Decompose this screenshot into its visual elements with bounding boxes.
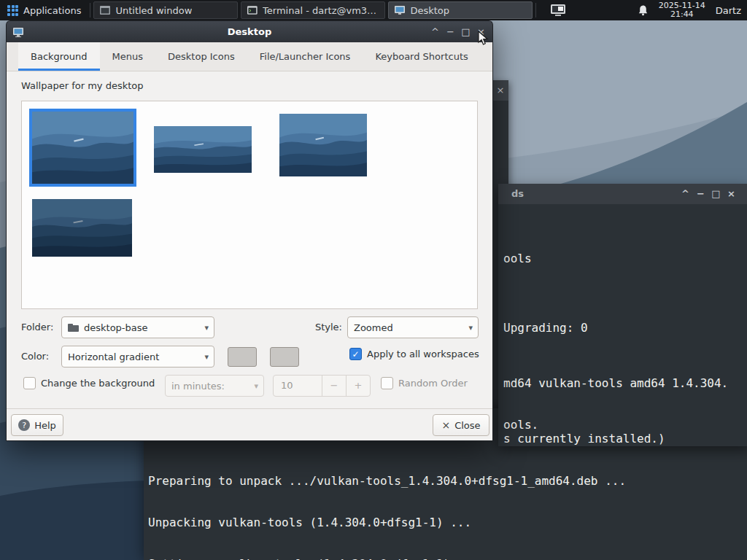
folder-icon (68, 324, 79, 332)
clock[interactable]: 2025-11-14 21:44 (659, 1, 705, 19)
top-panel: Applications Untitled window Terminal - … (0, 0, 747, 20)
color-style-dropdown[interactable]: Horizontal gradient ▾ (61, 346, 214, 368)
wallpaper-thumbnail-selected[interactable] (29, 109, 136, 187)
dialog-tabs: Background Menus Desktop Icons File/Laun… (7, 42, 492, 71)
dialog-title: Desktop (7, 26, 492, 37)
apply-all-label: Apply to all workspaces (367, 349, 479, 359)
tab-background[interactable]: Background (18, 42, 100, 71)
color-primary-swatch[interactable] (228, 347, 257, 367)
taskbar-button-untitled-window[interactable]: Untitled window (93, 1, 238, 19)
shade-icon[interactable]: ^ (427, 22, 443, 42)
wallpaper-thumbnail[interactable] (151, 123, 255, 176)
mouse-cursor (478, 31, 489, 47)
minimize-icon[interactable]: − (693, 184, 708, 204)
chevron-down-icon: ▾ (254, 381, 258, 391)
terminal-titlebar[interactable]: ds ^ − □ × (498, 184, 747, 204)
apply-all-checkbox[interactable]: ✓ (349, 348, 362, 360)
color-style-value: Horizontal gradient (68, 351, 159, 362)
maximize-icon[interactable]: □ (708, 184, 724, 204)
terminal-line: Upgrading: 0 (503, 321, 588, 335)
help-icon: ? (18, 419, 30, 431)
wallpaper-thumbnail[interactable] (276, 111, 370, 179)
spin-decrement-button[interactable]: − (322, 376, 346, 396)
close-icon[interactable]: × (492, 80, 508, 101)
panel-separator (90, 3, 90, 18)
close-button[interactable]: × Close (433, 414, 489, 436)
check-icon: ✓ (352, 349, 359, 359)
tab-file-launcher-icons[interactable]: File/Launcher Icons (247, 42, 363, 71)
tab-keyboard-shortcuts[interactable]: Keyboard Shortcuts (363, 42, 480, 71)
terminal-line: md64 vulkan-tools amd64 1.4.304. (503, 376, 728, 390)
taskbar-button-terminal[interactable]: Terminal - dartz@vm3: ... (241, 1, 385, 19)
panel-separator (535, 3, 536, 18)
interval-value: in minutes: (171, 381, 225, 392)
close-icon[interactable]: × (724, 184, 739, 204)
change-background-row: Change the background (23, 377, 155, 389)
dialog-titlebar[interactable]: Desktop ^ − □ × (6, 20, 493, 42)
taskbar-button-desktop[interactable]: Desktop (388, 1, 533, 19)
chevron-down-icon: ▾ (204, 323, 209, 332)
interval-dropdown[interactable]: in minutes: ▾ (165, 375, 264, 397)
spin-increment-button[interactable]: + (346, 376, 370, 396)
wallpaper-section-label: Wallpaper for my desktop (21, 80, 144, 91)
apply-all-workspaces-row: ✓ Apply to all workspaces (349, 348, 479, 360)
wallpaper-preview (32, 112, 133, 184)
terminal-line: ools. (503, 418, 538, 432)
terminal-icon (247, 4, 258, 16)
chevron-down-icon: ▾ (204, 352, 209, 362)
window-icon (99, 4, 111, 16)
style-dropdown[interactable]: Zoomed ▾ (347, 316, 479, 338)
change-background-label: Change the background (41, 378, 155, 389)
panel-right-cluster: 2025-11-14 21:44 Dartz (638, 1, 747, 19)
display-tray-icon[interactable] (549, 3, 567, 18)
footer-separator (7, 408, 492, 409)
random-order-label: Random Order (398, 378, 468, 389)
desktop-settings-dialog: Desktop ^ − □ × Background Menus Desktop… (6, 20, 493, 441)
applications-menu-button[interactable]: Applications (0, 0, 88, 20)
minutes-value: 10 (274, 376, 322, 396)
notification-bell-icon[interactable] (638, 4, 649, 16)
shade-icon[interactable]: ^ (678, 184, 693, 204)
change-background-checkbox[interactable] (23, 377, 36, 389)
dialog-body: Background Menus Desktop Icons File/Laun… (6, 42, 493, 441)
taskbar-label: Desktop (410, 5, 449, 16)
wallpaper-thumbnail[interactable] (29, 196, 135, 260)
help-label: Help (34, 420, 56, 431)
taskbar-label: Terminal - dartz@vm3: ... (263, 5, 379, 16)
color-label: Color: (21, 346, 49, 368)
terminal-title: ds (511, 184, 524, 204)
user-label: Dartz (716, 5, 741, 16)
tab-menus[interactable]: Menus (100, 42, 155, 71)
terminal-line: Preparing to unpack .../vulkan-tools_1.4… (148, 474, 626, 488)
random-order-row: Random Order (381, 377, 468, 389)
color-secondary-swatch[interactable] (270, 347, 299, 367)
terminal-line: s currently installed.) (503, 432, 665, 446)
wallpaper-preview (154, 126, 252, 173)
terminal-line: Unpacking vulkan-tools (1.4.304.0+dfsg1-… (148, 516, 626, 529)
terminal-line: Setting up vulkan-tools (1.4.304.0+dfsg1… (148, 557, 626, 560)
folder-value: desktop-base (84, 322, 148, 333)
random-order-checkbox[interactable] (381, 377, 393, 389)
folder-dropdown[interactable]: desktop-base ▾ (61, 316, 214, 338)
chevron-down-icon: ▾ (468, 323, 473, 332)
maximize-icon[interactable]: □ (458, 22, 473, 42)
wallpaper-preview (279, 114, 367, 176)
clock-time: 21:44 (659, 10, 705, 19)
style-label: Style: (302, 316, 342, 338)
system-tray (549, 3, 567, 18)
wallpaper-list (21, 101, 478, 309)
close-icon: × (441, 419, 450, 431)
applications-icon (7, 5, 18, 16)
tab-desktop-icons[interactable]: Desktop Icons (155, 42, 247, 71)
minutes-spinbox[interactable]: 10 − + (273, 375, 371, 397)
minimize-icon[interactable]: − (443, 22, 458, 42)
close-label: Close (454, 420, 480, 431)
taskbar-label: Untitled window (115, 5, 192, 16)
terminal-line: ools (503, 252, 532, 265)
desktop-window-icon (12, 26, 24, 38)
applications-label: Applications (23, 5, 81, 16)
terminal-window-downloads[interactable]: ds ^ − □ × ools Upgrading: 0 md64 vulkan… (498, 184, 747, 446)
help-button[interactable]: ? Help (11, 414, 63, 436)
folder-label: Folder: (21, 316, 53, 338)
terminal-output: Preparing to unpack .../vulkan-tools_1.4… (148, 446, 626, 560)
